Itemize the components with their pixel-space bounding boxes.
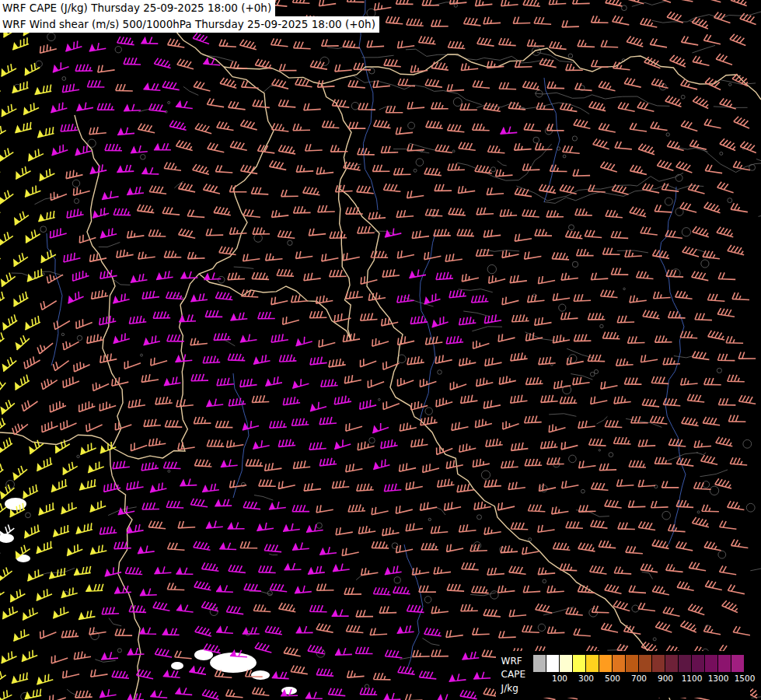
- legend-color-scale: 100300500700900110013001500: [533, 655, 745, 684]
- legend-tick-label: 1100: [682, 674, 703, 683]
- legend-swatch: [652, 655, 665, 672]
- legend-tick-label: 900: [658, 674, 673, 683]
- legend-swatch: [665, 655, 678, 672]
- cape-legend: WRF CAPE J/kg 10030050070090011001300150…: [496, 651, 750, 698]
- legend-units-label: J/kg: [501, 682, 525, 695]
- legend-swatch: [546, 655, 559, 672]
- legend-swatch: [533, 655, 546, 672]
- legend-tick-label: 1500: [735, 674, 756, 683]
- legend-tick-labels: 100300500700900110013001500: [533, 674, 745, 684]
- legend-tick-label: 300: [578, 674, 594, 683]
- legend-swatch: [705, 655, 717, 672]
- legend-swatch: [599, 655, 612, 672]
- legend-swatch: [560, 655, 572, 672]
- legend-tick-label: 1300: [708, 674, 729, 683]
- legend-tick-label: 700: [631, 674, 647, 683]
- legend-swatch: [573, 655, 585, 672]
- legend-swatch: [626, 655, 638, 672]
- title-row-cape: WRF CAPE (J/kg) Thursday 25-09-2025 18:0…: [0, 0, 379, 16]
- legend-swatch: [679, 655, 691, 672]
- map-title-block: WRF CAPE (J/kg) Thursday 25-09-2025 18:0…: [0, 0, 379, 33]
- weather-map-app: WRF CAPE (J/kg) Thursday 25-09-2025 18:0…: [0, 0, 761, 700]
- title-row-shear: WRF Wind shear (m/s) 500/1000hPa Thursda…: [0, 16, 379, 33]
- legend-label-column: WRF CAPE J/kg: [501, 655, 525, 695]
- legend-swatch: [613, 655, 625, 672]
- legend-model-label: WRF: [501, 655, 525, 668]
- legend-swatch: [718, 655, 731, 672]
- legend-tick-label: 100: [552, 674, 567, 683]
- title-shear: WRF Wind shear (m/s) 500/1000hPa Thursda…: [0, 16, 379, 33]
- map-canvas: [0, 0, 761, 700]
- legend-swatch: [586, 655, 599, 672]
- legend-swatch: [692, 655, 704, 672]
- title-cape: WRF CAPE (J/kg) Thursday 25-09-2025 18:0…: [0, 0, 275, 16]
- legend-tick-label: 500: [605, 674, 620, 683]
- legend-swatch: [639, 655, 651, 672]
- legend-swatch-row: [533, 655, 745, 672]
- legend-swatch: [731, 655, 744, 672]
- legend-variable-label: CAPE: [501, 668, 525, 681]
